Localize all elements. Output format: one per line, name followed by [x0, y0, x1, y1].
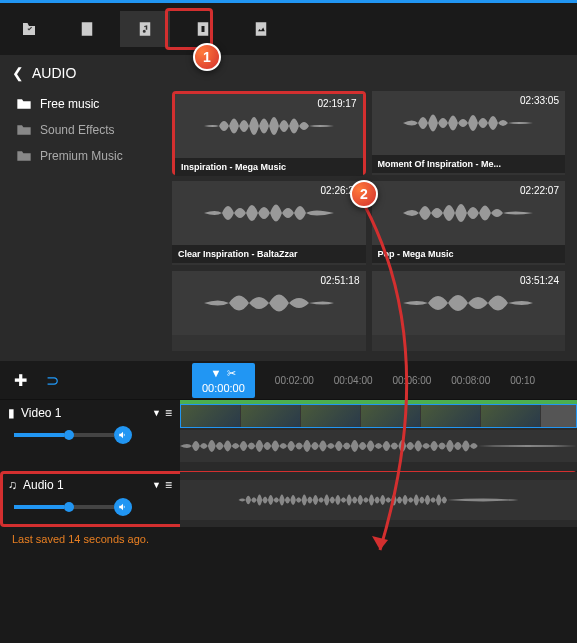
audio-track-content[interactable]: [180, 472, 577, 527]
volume-slider[interactable]: [14, 433, 114, 437]
audio-item[interactable]: 02:22:07 Pop - Mega Music: [372, 181, 566, 265]
audio-item[interactable]: 02:33:05 Moment Of Inspiration - Me...: [372, 91, 566, 175]
track-menu-icon[interactable]: ≡: [165, 478, 172, 492]
chevron-left-icon: ❮: [12, 65, 24, 81]
tab-music[interactable]: [120, 11, 170, 47]
chevron-down-icon[interactable]: ▼: [152, 480, 161, 490]
waveform-icon: [204, 106, 334, 146]
tab-favorites[interactable]: [4, 11, 54, 47]
volume-icon[interactable]: [114, 426, 132, 444]
category-free-music[interactable]: Free music: [12, 91, 162, 117]
annotation-callout-1: 1: [193, 43, 221, 71]
waveform-icon: [204, 283, 334, 323]
shield-icon: ▼: [210, 367, 221, 380]
audio-item-title: Moment Of Inspiration - Me...: [372, 155, 566, 173]
panel-back-button[interactable]: ❮ AUDIO: [12, 65, 565, 81]
waveform-icon: [403, 103, 533, 143]
category-premium-music[interactable]: Premium Music: [12, 143, 162, 169]
volume-slider[interactable]: [14, 505, 114, 509]
audio-item-title: Clear Inspiration - BaltaZzar: [172, 245, 366, 263]
folder-icon: [16, 98, 32, 110]
playhead-time: 00:00:00: [202, 382, 245, 394]
audio-grid: 02:19:17 Inspiration - Mega Music 02:33:…: [172, 91, 565, 351]
audio-item-title: Inspiration - Mega Music: [175, 158, 363, 176]
audio-item-title: Pop - Mega Music: [372, 245, 566, 263]
tab-text[interactable]: [62, 11, 112, 47]
audio-item[interactable]: 02:19:17 Inspiration - Mega Music: [172, 91, 366, 175]
top-tabs: [0, 0, 577, 55]
track-name: Video 1: [21, 406, 152, 420]
duration-badge: 02:33:05: [520, 95, 559, 106]
category-sound-effects[interactable]: Sound Effects: [12, 117, 162, 143]
audio-panel: ❮ AUDIO Free music Sound Effects Premium…: [0, 55, 577, 361]
audio-item[interactable]: 02:26:23 Clear Inspiration - BaltaZzar: [172, 181, 366, 265]
waveform-icon: [204, 193, 334, 233]
video-clip[interactable]: [180, 404, 577, 428]
waveform-icon: [403, 283, 533, 323]
status-text: Last saved 14 seconds ago.: [0, 527, 577, 551]
clip-audio-waveform: [180, 430, 577, 462]
audio-clip-waveform[interactable]: [180, 480, 577, 520]
category-list: Free music Sound Effects Premium Music: [12, 91, 162, 169]
time-ruler[interactable]: 00:02:00 00:04:00 00:06:00 00:08:00 00:1…: [255, 375, 569, 386]
add-track-button[interactable]: ✚: [8, 368, 32, 392]
video-icon: ▮: [8, 406, 15, 420]
timeline-header: ✚ ⊃ ▼✂ 00:00:00 00:02:00 00:04:00 00:06:…: [0, 361, 577, 399]
video-track-content[interactable]: [180, 400, 577, 471]
timeline: ✚ ⊃ ▼✂ 00:00:00 00:02:00 00:04:00 00:06:…: [0, 361, 577, 551]
panel-title: AUDIO: [32, 65, 76, 81]
volume-icon[interactable]: [114, 498, 132, 516]
chevron-down-icon[interactable]: ▼: [152, 408, 161, 418]
audio-track: ♫ Audio 1 ▼ ≡: [0, 471, 577, 527]
track-menu-icon[interactable]: ≡: [165, 406, 172, 420]
folder-icon: [16, 124, 32, 136]
scissors-icon: ✂: [227, 367, 236, 380]
tab-images[interactable]: [236, 11, 286, 47]
audio-item[interactable]: 03:51:24: [372, 271, 566, 351]
snap-button[interactable]: ⊃: [40, 368, 64, 392]
music-note-icon: ♫: [8, 478, 17, 492]
duration-badge: 02:19:17: [318, 98, 357, 109]
playhead-indicator[interactable]: ▼✂ 00:00:00: [192, 363, 255, 398]
duration-badge: 02:51:18: [321, 275, 360, 286]
audio-item[interactable]: 02:51:18: [172, 271, 366, 351]
track-name: Audio 1: [23, 478, 152, 492]
duration-badge: 03:51:24: [520, 275, 559, 286]
folder-icon: [16, 150, 32, 162]
video-track: ▮ Video 1 ▼ ≡: [0, 399, 577, 471]
annotation-callout-2: 2: [350, 180, 378, 208]
duration-badge: 02:22:07: [520, 185, 559, 196]
waveform-icon: [403, 193, 533, 233]
